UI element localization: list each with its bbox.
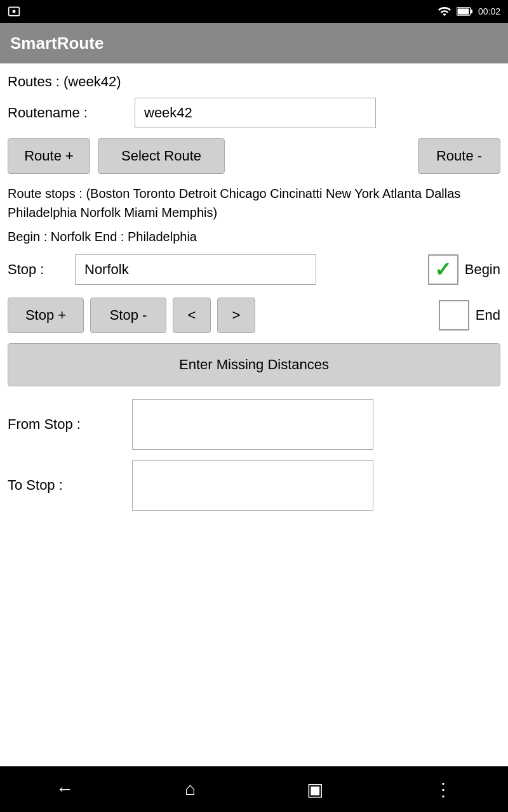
back-button[interactable]: ← <box>43 774 86 804</box>
svg-point-1 <box>13 10 16 13</box>
nav-prev-button[interactable]: < <box>173 298 211 333</box>
from-stop-row: From Stop : <box>8 399 500 450</box>
route-stops-text: Route stops : (Boston Toronto Detroit Ch… <box>8 184 500 222</box>
end-checkbox[interactable] <box>439 300 469 331</box>
menu-button[interactable]: ⋮ <box>422 774 465 805</box>
route-minus-button[interactable]: Route - <box>418 138 500 174</box>
home-button[interactable]: ⌂ <box>172 774 208 804</box>
begin-checkbox-group: ✓ Begin <box>428 254 500 285</box>
to-stop-input[interactable] <box>132 460 373 511</box>
svg-rect-3 <box>457 9 469 15</box>
battery-icon <box>457 6 473 16</box>
clock: 00:02 <box>478 6 500 16</box>
stop-input[interactable] <box>75 254 316 285</box>
storage-icon <box>8 5 20 18</box>
routename-row: Routename : <box>8 98 500 128</box>
route-plus-button[interactable]: Route + <box>8 138 90 174</box>
from-stop-input[interactable] <box>132 399 373 450</box>
begin-checkbox[interactable]: ✓ <box>428 254 458 285</box>
routename-label: Routename : <box>8 105 135 121</box>
svg-rect-4 <box>471 10 472 13</box>
status-bar: 00:02 <box>0 0 508 23</box>
app-title: SmartRoute <box>10 34 104 53</box>
select-route-button[interactable]: Select Route <box>98 138 225 174</box>
recent-button[interactable]: ▣ <box>294 774 336 805</box>
status-bar-right: 00:02 <box>438 4 500 18</box>
routes-label: Routes : (week42) <box>8 74 500 90</box>
stop-label: Stop : <box>8 261 65 278</box>
stop-row: Stop : ✓ Begin <box>8 254 500 285</box>
main-content: Routes : (week42) Routename : Route + Se… <box>0 63 508 766</box>
bottom-nav: ← ⌂ ▣ ⋮ <box>0 766 508 812</box>
checkmark-icon: ✓ <box>434 258 451 282</box>
wifi-icon <box>438 4 451 18</box>
nav-next-button[interactable]: > <box>217 298 255 333</box>
end-checkbox-group: End <box>439 300 500 331</box>
stop-plus-button[interactable]: Stop + <box>8 298 84 333</box>
end-label: End <box>476 307 500 324</box>
stop-minus-button[interactable]: Stop - <box>90 298 166 333</box>
from-stop-label: From Stop : <box>8 416 122 433</box>
begin-end-text: Begin : Norfolk End : Philadelphia <box>8 230 500 244</box>
stop-buttons-row: Stop + Stop - < > End <box>8 298 500 333</box>
to-stop-label: To Stop : <box>8 477 122 494</box>
routename-input[interactable] <box>135 98 376 128</box>
app-bar: SmartRoute <box>0 23 508 63</box>
route-buttons-row: Route + Select Route Route - <box>8 138 500 174</box>
enter-distances-button[interactable]: Enter Missing Distances <box>8 343 500 386</box>
status-bar-left <box>8 5 20 18</box>
begin-label: Begin <box>465 261 500 278</box>
to-stop-row: To Stop : <box>8 460 500 511</box>
